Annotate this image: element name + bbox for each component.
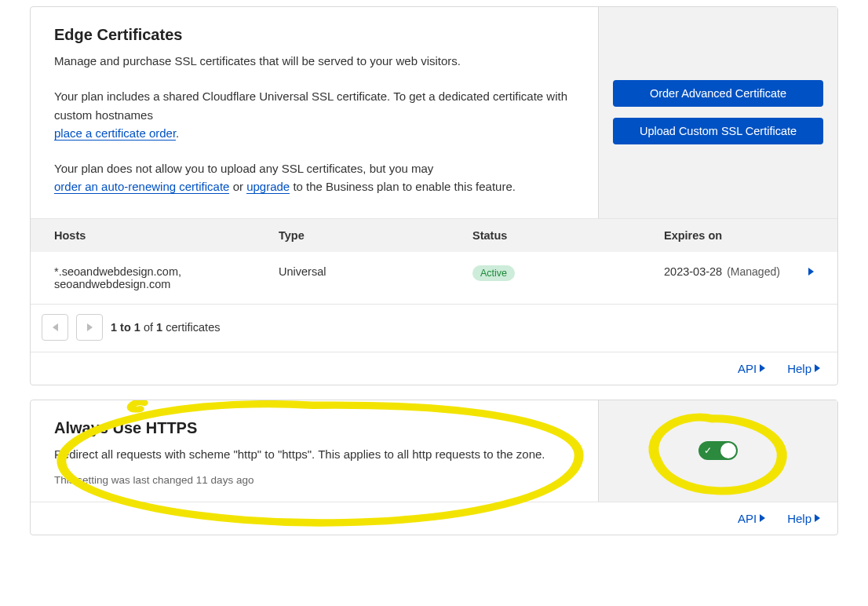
pagination: 1 to 1 of 1 certificates [31, 304, 837, 352]
edge-cert-plan: Your plan includes a shared Cloudflare U… [54, 87, 574, 142]
chevron-right-icon [87, 323, 93, 331]
https-title: Always Use HTTPS [54, 419, 574, 437]
edge-certificates-card: Edge Certificates Manage and purchase SS… [30, 6, 838, 385]
https-last-changed: This setting was last changed 11 days ag… [54, 474, 574, 486]
edge-cert-noupload-b: to the Business plan to enable this feat… [293, 180, 516, 193]
https-top: Always Use HTTPS Redirect all requests w… [31, 400, 837, 502]
edge-cert-content: Edge Certificates Manage and purchase SS… [31, 7, 599, 218]
col-status-header: Status [472, 229, 664, 242]
caret-right-icon [815, 364, 820, 372]
caret-right-icon [760, 514, 765, 522]
cert-expires-date: 2023-03-28 [664, 265, 722, 278]
https-desc: Redirect all requests with scheme "http"… [54, 445, 574, 463]
help-link[interactable]: Help [787, 362, 820, 375]
https-action: ✓ [599, 400, 837, 502]
status-badge: Active [472, 265, 515, 281]
edge-cert-noupload: Your plan does not allow you to upload a… [54, 159, 574, 196]
col-expires-header: Expires on [664, 229, 795, 242]
cert-status: Active [472, 265, 664, 281]
expand-row-icon[interactable] [795, 265, 814, 278]
edge-cert-plan-text: Your plan includes a shared Cloudflare U… [54, 89, 567, 121]
order-auto-renewing-cert-link[interactable]: order an auto-renewing certificate [54, 180, 229, 194]
cert-table-header: Hosts Type Status Expires on [31, 218, 837, 252]
always-use-https-toggle[interactable]: ✓ [698, 441, 738, 460]
col-type-header: Type [279, 229, 472, 242]
help-link[interactable]: Help [787, 512, 820, 525]
caret-right-icon [760, 364, 765, 372]
place-certificate-order-link[interactable]: place a certificate order [54, 126, 176, 141]
col-hosts-header: Hosts [54, 229, 279, 242]
edge-cert-top: Edge Certificates Manage and purchase SS… [31, 7, 837, 218]
pagination-text: 1 to 1 of 1 certificates [111, 321, 220, 334]
https-footer: API Help [31, 502, 837, 535]
cert-expires: 2023-03-28 (Managed) [664, 265, 795, 278]
edge-cert-footer: API Help [31, 352, 837, 385]
api-link[interactable]: API [738, 512, 765, 525]
https-content: Always Use HTTPS Redirect all requests w… [31, 400, 599, 502]
caret-right-icon [815, 514, 820, 522]
upload-custom-ssl-button[interactable]: Upload Custom SSL Certificate [613, 118, 823, 144]
next-page-button[interactable] [76, 314, 103, 341]
toggle-knob [720, 443, 736, 458]
always-use-https-card: Always Use HTTPS Redirect all requests w… [30, 400, 838, 535]
order-advanced-certificate-button[interactable]: Order Advanced Certificate [613, 80, 823, 107]
edge-cert-noupload-a: Your plan does not allow you to upload a… [54, 162, 433, 175]
check-icon: ✓ [704, 445, 712, 456]
cert-managed-label: (Managed) [727, 265, 780, 278]
edge-cert-title: Edge Certificates [54, 26, 574, 44]
edge-cert-actions: Order Advanced Certificate Upload Custom… [599, 7, 837, 218]
upgrade-link[interactable]: upgrade [246, 180, 290, 194]
api-link[interactable]: API [738, 362, 765, 375]
table-row[interactable]: *.seoandwebdesign.com, seoandwebdesign.c… [31, 252, 837, 304]
prev-page-button[interactable] [42, 314, 68, 341]
edge-cert-intro: Manage and purchase SSL certificates tha… [54, 52, 574, 70]
cert-hosts: *.seoandwebdesign.com, seoandwebdesign.c… [54, 265, 279, 290]
chevron-left-icon [53, 323, 58, 331]
cert-type: Universal [279, 265, 472, 278]
